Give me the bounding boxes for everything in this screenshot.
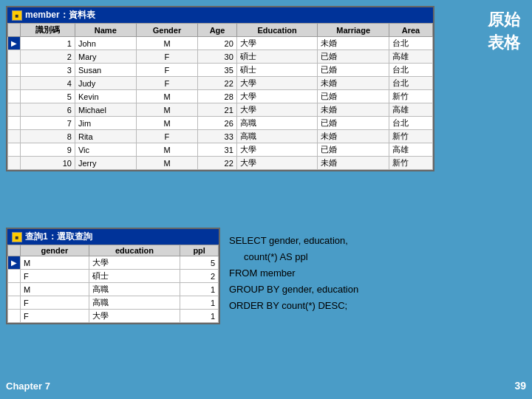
row-name: Jim <box>75 117 136 130</box>
row-education: 高職 <box>236 117 318 130</box>
row-area: 高雄 <box>389 143 432 157</box>
row-gender: M <box>21 283 89 296</box>
row-marriage: 未婚 <box>318 103 389 117</box>
row-arrow <box>8 143 21 157</box>
row-age: 21 <box>198 103 236 117</box>
table-row: F 碩士 2 <box>8 270 219 283</box>
row-name: Vic <box>75 143 136 157</box>
row-gender: F <box>136 64 198 77</box>
row-arrow <box>8 157 21 170</box>
row-gender: M <box>136 103 198 117</box>
label-line2: 表格 <box>488 32 520 55</box>
bottom-panel-titlebar: ■ 查詢1：選取查詢 <box>7 229 219 245</box>
row-area: 新竹 <box>389 90 432 103</box>
row-ppl: 1 <box>180 310 219 323</box>
row-id: 5 <box>21 90 75 103</box>
sql-line2: count(*) AS ppl <box>244 249 358 265</box>
row-id: 7 <box>21 117 75 130</box>
row-gender: M <box>136 143 198 157</box>
row-age: 35 <box>198 64 236 77</box>
row-education: 碩士 <box>236 64 318 77</box>
row-marriage: 已婚 <box>318 50 389 64</box>
top-panel-titlebar: ■ member：資料表 <box>7 7 433 23</box>
row-id: 8 <box>21 130 75 143</box>
row-education: 大學 <box>236 103 318 117</box>
col-age: Age <box>198 24 236 37</box>
row-area: 台北 <box>389 117 432 130</box>
row-ppl: 1 <box>180 283 219 296</box>
row-id: 3 <box>21 64 75 77</box>
row-arrow <box>8 77 21 90</box>
row-ppl: 2 <box>180 270 219 283</box>
row-arrow <box>8 64 21 77</box>
row-age: 22 <box>198 77 236 90</box>
col-education: Education <box>236 24 318 37</box>
row-age: 26 <box>198 117 236 130</box>
row-education: 高職 <box>236 130 318 143</box>
table-row: 6 Michael M 21 大學 未婚 高雄 <box>8 103 433 117</box>
row-arrow <box>8 50 21 64</box>
col-marriage: Marriage <box>318 24 389 37</box>
row-age: 28 <box>198 90 236 103</box>
row-area: 台北 <box>389 64 432 77</box>
row-id: 4 <box>21 77 75 90</box>
row-name: Rita <box>75 130 136 143</box>
row-education: 大學 <box>89 256 180 270</box>
row-name: Judy <box>75 77 136 90</box>
row-arrow: ▶ <box>8 256 21 270</box>
row-area: 高雄 <box>389 103 432 117</box>
row-name: Kevin <box>75 90 136 103</box>
row-ppl: 5 <box>180 256 219 270</box>
row-gender: M <box>136 37 198 50</box>
row-name: Susan <box>75 64 136 77</box>
top-panel: ■ member：資料表 識別碼 Name Gender Age Educati… <box>6 6 434 171</box>
row-education: 大學 <box>89 310 180 323</box>
row-id: 10 <box>21 157 75 170</box>
table-row: F 大學 1 <box>8 310 219 323</box>
row-area: 新竹 <box>389 130 432 143</box>
table-row: 8 Rita F 33 高職 未婚 新竹 <box>8 130 433 143</box>
row-marriage: 已婚 <box>318 90 389 103</box>
row-marriage: 已婚 <box>318 117 389 130</box>
row-id: 9 <box>21 143 75 157</box>
row-education: 大學 <box>236 143 318 157</box>
row-gender: F <box>21 270 89 283</box>
table-row: 5 Kevin M 28 大學 已婚 新竹 <box>8 90 433 103</box>
col-arrow-b <box>8 245 21 256</box>
row-gender: M <box>21 256 89 270</box>
row-gender: F <box>136 50 198 64</box>
row-arrow <box>8 270 21 283</box>
row-area: 台北 <box>389 77 432 90</box>
row-name: Mary <box>75 50 136 64</box>
member-table: 識別碼 Name Gender Age Education Marriage A… <box>7 23 433 170</box>
row-gender: M <box>136 157 198 170</box>
row-marriage: 已婚 <box>318 64 389 77</box>
sql-line1: SELECT gender, education, <box>229 233 358 249</box>
right-label: 原始 表格 <box>482 6 526 58</box>
row-gender: F <box>21 296 89 310</box>
row-education: 高職 <box>89 283 180 296</box>
sql-line5: ORDER BY count(*) DESC; <box>229 298 358 314</box>
col-ppl-b: ppl <box>180 245 219 256</box>
table-row: 9 Vic M 31 大學 已婚 高雄 <box>8 143 433 157</box>
col-education-b: education <box>89 245 180 256</box>
sql-line3: FROM member <box>229 265 358 282</box>
row-education: 大學 <box>236 77 318 90</box>
table-row: 3 Susan F 35 碩士 已婚 台北 <box>8 64 433 77</box>
row-area: 新竹 <box>389 157 432 170</box>
row-age: 31 <box>198 143 236 157</box>
row-age: 30 <box>198 50 236 64</box>
top-panel-title: member：資料表 <box>25 9 95 21</box>
col-id: 識別碼 <box>21 24 75 37</box>
row-gender: M <box>136 90 198 103</box>
row-education: 大學 <box>236 37 318 50</box>
row-education: 高職 <box>89 296 180 310</box>
row-id: 1 <box>21 37 75 50</box>
col-name: Name <box>75 24 136 37</box>
row-education: 碩士 <box>89 270 180 283</box>
main-container: ■ member：資料表 識別碼 Name Gender Age Educati… <box>0 0 532 399</box>
table-row: 7 Jim M 26 高職 已婚 台北 <box>8 117 433 130</box>
row-arrow <box>8 296 21 310</box>
col-arrow <box>8 24 21 37</box>
query-result-table: gender education ppl ▶ M 大學 5 F 碩士 2 M 高… <box>7 245 219 323</box>
